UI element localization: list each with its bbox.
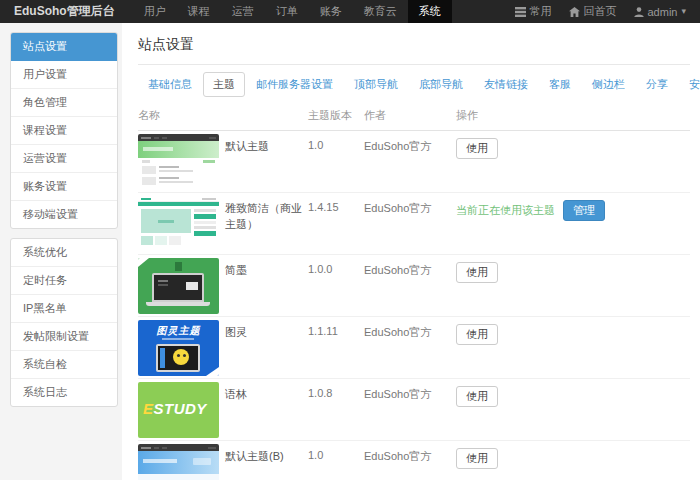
operation-cell: 使用: [456, 320, 690, 376]
decoration: [142, 177, 215, 185]
table-row: 简墨1.0.0EduSoho官方使用: [138, 255, 690, 317]
decoration: [515, 10, 526, 12]
decoration: [194, 221, 216, 224]
tab-bottom-nav[interactable]: 底部导航: [409, 72, 473, 97]
decoration: [162, 137, 167, 139]
decoration: [141, 209, 191, 233]
decoration: [158, 284, 168, 286]
use-button[interactable]: 使用: [456, 448, 498, 469]
theme-name: 默认主题(B): [225, 444, 308, 480]
sidebar-item-user-settings[interactable]: 用户设置: [11, 61, 117, 89]
decoration: [141, 236, 153, 245]
sidebar-item-role-management[interactable]: 角色管理: [11, 89, 117, 117]
decoration: [169, 236, 181, 245]
top-menu-item-system[interactable]: 系统: [408, 0, 452, 23]
decoration: [162, 447, 167, 449]
brand-logo[interactable]: EduSoho管理后台: [0, 0, 129, 23]
decoration: [173, 349, 189, 365]
sidebar-item-post-limit-settings[interactable]: 发帖限制设置: [11, 323, 117, 351]
sidebar-item-system-check[interactable]: 系统自检: [11, 351, 117, 379]
operation-cell: 使用: [456, 444, 690, 480]
name-cell: 默认主题: [138, 134, 308, 190]
theme-version: 1.0: [308, 134, 364, 190]
decoration: [141, 198, 151, 200]
name-cell: 雅致简洁（商业主题）: [138, 196, 308, 252]
theme-author: EduSoho官方: [364, 196, 456, 252]
decoration: [141, 236, 191, 245]
decoration: [156, 344, 200, 372]
use-button[interactable]: 使用: [456, 138, 498, 159]
theme-thumbnail[interactable]: [138, 134, 219, 190]
top-menu-item-finance[interactable]: 账务: [309, 0, 353, 23]
admin-user[interactable]: admin▾: [634, 6, 687, 18]
column-header: 作者: [364, 108, 456, 123]
manage-button[interactable]: 管理: [563, 200, 605, 221]
content-area: 站点设置用户设置角色管理课程设置运营设置账务设置移动端设置系统优化定时任务IP黑…: [0, 23, 700, 480]
decoration: [142, 166, 156, 174]
theme-version: 1.0: [308, 444, 364, 480]
decoration: [183, 354, 186, 357]
theme-thumbnail[interactable]: [138, 258, 219, 314]
theme-name: 默认主题: [225, 134, 308, 190]
tab-customer-service[interactable]: 客服: [539, 72, 581, 97]
name-cell: 默认主题(B): [138, 444, 308, 480]
decoration: [158, 346, 198, 370]
table-row: ESTUDY语林1.0.8EduSoho官方使用: [138, 379, 690, 441]
sidebar-item-cron-jobs[interactable]: 定时任务: [11, 267, 117, 295]
sidebar-item-ip-blacklist[interactable]: IP黑名单: [11, 295, 117, 323]
tab-friend-links[interactable]: 友情链接: [474, 72, 538, 97]
tab-share[interactable]: 分享: [636, 72, 678, 97]
use-button[interactable]: 使用: [456, 262, 498, 283]
sidebar-group-1: 站点设置用户设置角色管理课程设置运营设置账务设置移动端设置: [10, 32, 118, 229]
decoration: [194, 209, 216, 249]
decoration: [515, 14, 526, 16]
tab-mail-server[interactable]: 邮件服务器设置: [246, 72, 343, 97]
tab-top-nav[interactable]: 顶部导航: [344, 72, 408, 97]
topbar: EduSoho管理后台 用户课程运营订单账务教育云系统 常用回首页admin▾: [0, 0, 700, 23]
back-home[interactable]: 回首页: [569, 4, 617, 19]
use-button[interactable]: 使用: [456, 386, 498, 407]
sidebar: 站点设置用户设置角色管理课程设置运营设置账务设置移动端设置系统优化定时任务IP黑…: [10, 32, 118, 480]
top-menu-item-courses[interactable]: 课程: [177, 0, 221, 23]
decoration: [194, 209, 216, 212]
decoration: [194, 226, 216, 229]
home-icon: [569, 7, 580, 17]
theme-thumbnail[interactable]: ESTUDY: [138, 382, 219, 438]
operation-cell: 使用: [456, 134, 690, 190]
sidebar-item-mobile-settings[interactable]: 移动端设置: [11, 201, 117, 228]
decoration: [143, 147, 173, 151]
sidebar-item-site-settings[interactable]: 站点设置: [11, 33, 117, 61]
common-shortcuts[interactable]: 常用: [515, 4, 552, 19]
sidebar-item-system-log[interactable]: 系统日志: [11, 379, 117, 406]
theme-thumbnail[interactable]: 图灵主题: [138, 320, 219, 376]
decoration: [138, 258, 149, 267]
sidebar-item-system-optimize[interactable]: 系统优化: [11, 239, 117, 267]
theme-thumbnail[interactable]: [138, 444, 219, 480]
top-menu-item-edu-cloud[interactable]: 教育云: [353, 0, 408, 23]
tab-side-bar[interactable]: 侧边栏: [582, 72, 635, 97]
decoration: [159, 166, 179, 168]
tab-bar: 基础信息主题邮件服务器设置顶部导航底部导航友情链接客服侧边栏分享安全: [138, 72, 690, 97]
decoration: [159, 166, 215, 174]
tab-security[interactable]: 安全: [679, 72, 700, 97]
top-menu-item-operation[interactable]: 运营: [221, 0, 265, 23]
decoration: 图灵主题: [138, 324, 219, 338]
theme-thumbnail[interactable]: [138, 196, 219, 252]
top-menu-item-users[interactable]: 用户: [133, 0, 177, 23]
decoration: [138, 451, 219, 474]
sidebar-item-finance-settings[interactable]: 账务设置: [11, 173, 117, 201]
decoration: [206, 367, 219, 376]
use-button[interactable]: 使用: [456, 324, 498, 345]
theme-name: 图灵: [225, 320, 308, 376]
tab-theme[interactable]: 主题: [203, 72, 245, 97]
decoration: [142, 166, 215, 174]
decoration: [194, 214, 216, 219]
sidebar-item-course-settings[interactable]: 课程设置: [11, 117, 117, 145]
sidebar-item-operation-settings[interactable]: 运营设置: [11, 145, 117, 173]
decoration: [154, 447, 159, 449]
tab-basic-info[interactable]: 基础信息: [138, 72, 202, 97]
decoration: [142, 160, 150, 163]
decoration: [515, 7, 526, 9]
top-menu-item-orders[interactable]: 订单: [265, 0, 309, 23]
decoration: [209, 137, 216, 139]
